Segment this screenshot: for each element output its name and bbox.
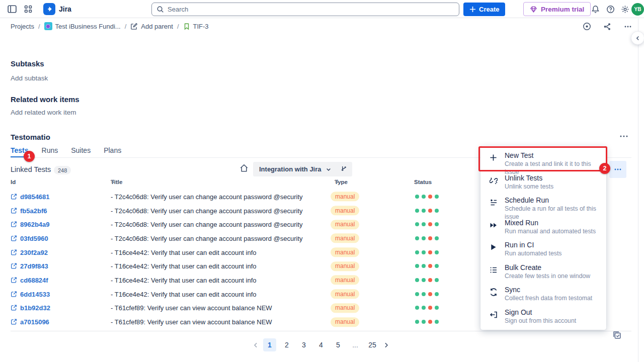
search-input[interactable] (168, 6, 454, 13)
test-status-dots (415, 195, 439, 199)
sync-icon (490, 288, 498, 296)
search-icon (156, 6, 164, 13)
issue-more-icon[interactable] (621, 20, 635, 33)
test-link[interactable]: b1b92d32 (11, 304, 50, 312)
page-button-3[interactable]: 3 (297, 338, 310, 351)
test-title: - T16ce4e42: Verify that user can edit a… (111, 262, 257, 270)
test-type: manual (331, 275, 359, 285)
test-title: - T2c4c06d8: Verify user can change acco… (111, 221, 303, 228)
external-link-icon (11, 235, 17, 241)
test-type: manual (331, 289, 359, 299)
fast-forward-icon (490, 221, 498, 229)
test-id: d9854681 (20, 193, 50, 200)
filter-dropdown[interactable]: Integration with Jira (253, 162, 338, 176)
test-link[interactable]: 230f2a92 (11, 248, 48, 256)
test-status-dots (415, 250, 439, 254)
breadcrumb-project[interactable]: Test iBusiness Fundi... (44, 22, 121, 30)
menu-item-subtitle: Run manual and automated tests (505, 227, 599, 235)
tab-runs[interactable]: Runs (42, 146, 58, 157)
testomatio-actions-menu: New Test Create a test and link it it to… (480, 146, 606, 330)
schedule-run-icon (490, 199, 498, 207)
create-button[interactable]: Create (463, 3, 505, 16)
test-title: - T61cfef89: Verify user can view accoun… (111, 318, 272, 326)
menu-item-unlink-tests[interactable]: Unlink Tests Unlink some tests (480, 171, 606, 194)
next-page-icon[interactable] (383, 342, 389, 348)
menu-item-mixed-run[interactable]: Mixed Run Run manual and automated tests (480, 216, 606, 238)
share-icon[interactable] (600, 20, 614, 33)
bookmark-icon (183, 23, 190, 30)
create-button-label: Create (479, 6, 499, 13)
test-link[interactable]: 8962b4a9 (11, 221, 50, 228)
test-link[interactable]: fb5a2bf6 (11, 207, 47, 214)
test-link[interactable]: a7015096 (11, 318, 49, 326)
page-ellipsis[interactable]: ... (349, 338, 362, 351)
menu-item-schedule-run[interactable]: Schedule Run Schedule a run for all test… (480, 193, 606, 216)
add-subtask-button[interactable]: Add subtask (11, 74, 48, 82)
testomatio-more-icon[interactable] (618, 132, 630, 140)
menu-item-sign-out[interactable]: Sign Out Sign out from this account (480, 305, 606, 328)
prev-page-icon[interactable] (253, 342, 259, 348)
tab-plans[interactable]: Plans (104, 146, 121, 157)
subtasks-heading: Subtasks (11, 59, 44, 68)
app-switcher-icon[interactable] (23, 4, 34, 14)
sort-icon: ⇅ (335, 179, 339, 184)
test-link[interactable]: cd68824f (11, 276, 48, 284)
external-link-icon (11, 193, 17, 200)
linked-tests-more-button[interactable] (609, 161, 626, 178)
test-id: 27d9f843 (20, 262, 48, 270)
menu-item-run-in-ci[interactable]: Run in CI Run automated tests (480, 238, 606, 260)
search-bar[interactable] (151, 3, 459, 16)
menu-item-title: Mixed Run (505, 218, 599, 227)
edit-icon (130, 23, 138, 30)
test-status-dots (415, 264, 439, 268)
page-button-25[interactable]: 25 (366, 338, 379, 351)
test-type: manual (331, 247, 359, 257)
test-title: - T16ce4e42: Verify that user can edit a… (111, 248, 257, 256)
help-icon[interactable] (605, 4, 616, 14)
play-icon (490, 243, 497, 251)
test-status-dots (415, 306, 439, 310)
breadcrumb-projects[interactable]: Projects (11, 23, 34, 30)
test-link[interactable]: 03fd5960 (11, 234, 48, 242)
plus-icon (469, 6, 476, 13)
test-title: - T16ce4e42: Verify that user can edit a… (111, 276, 257, 284)
test-type: manual (331, 192, 359, 202)
breadcrumb-issue-key[interactable]: TIF-3 (183, 23, 209, 30)
watch-eye-icon[interactable] (580, 20, 594, 33)
page-button-2[interactable]: 2 (280, 338, 293, 351)
menu-item-title: New Test (505, 151, 599, 160)
test-link[interactable]: 27d9f843 (11, 262, 48, 270)
test-link[interactable]: 6dd14533 (11, 290, 50, 298)
page-button-4[interactable]: 4 (314, 338, 328, 351)
add-parent-button[interactable]: Add parent (130, 23, 173, 30)
menu-item-title: Sign Out (505, 308, 599, 317)
page-button-1[interactable]: 1 (263, 338, 276, 351)
notifications-bell-icon[interactable] (590, 4, 601, 14)
bulk-select-icon[interactable] (612, 330, 622, 340)
user-avatar[interactable]: YB (631, 3, 644, 16)
plus-icon (490, 154, 497, 161)
menu-item-sync[interactable]: Sync Collect fresh data from testomat (480, 283, 606, 305)
bulk-list-icon (490, 266, 498, 274)
linked-tests-title: Linked Tests (11, 165, 51, 173)
menu-item-new-test[interactable]: New Test Create a test and link it it to… (480, 148, 606, 171)
test-link[interactable]: d9854681 (11, 193, 50, 200)
branch-icon[interactable] (335, 162, 352, 176)
add-related-work-item-button[interactable]: Add related work item (11, 109, 76, 116)
test-type: manual (331, 261, 359, 272)
tab-suites[interactable]: Suites (71, 146, 91, 157)
premium-trial-button[interactable]: Premium trial (523, 2, 591, 16)
test-status-dots (415, 320, 439, 324)
page-button-5[interactable]: 5 (332, 338, 345, 351)
jira-logo-icon[interactable] (43, 3, 55, 15)
settings-gear-icon[interactable] (619, 4, 630, 14)
test-title: - T2c4c06d8: Verify user can change acco… (111, 193, 303, 200)
collapse-panel-button[interactable] (631, 31, 644, 45)
chevron-down-icon (326, 166, 332, 172)
home-icon[interactable] (239, 163, 249, 172)
breadcrumb-project-label: Test iBusiness Fundi... (55, 23, 121, 30)
external-link-icon (11, 291, 17, 297)
menu-item-title: Bulk Create (505, 263, 599, 272)
sidebar-toggle-icon[interactable] (6, 4, 18, 14)
menu-item-bulk-create[interactable]: Bulk Create Create few tests in one wind… (480, 260, 606, 283)
